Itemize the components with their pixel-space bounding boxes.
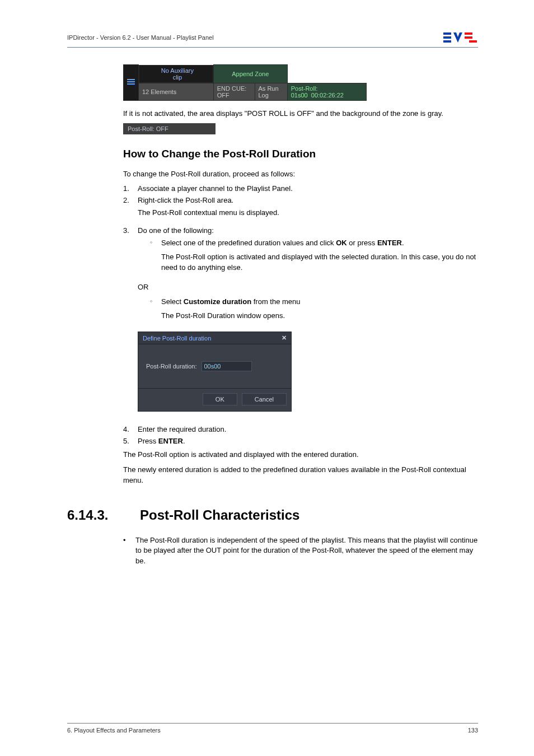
footer-page-number: 133 [468,727,478,734]
howto-intro: To change the Post-Roll duration, procee… [123,169,478,180]
step-4-text: Enter the required duration. [138,425,478,433]
post-roll-off-chip: Post-Roll: OFF [123,123,216,134]
header-left: IPDirector - Version 6.2 - User Manual -… [67,34,214,41]
svg-rect-4 [465,32,472,35]
step-1-num: 1. [123,184,138,193]
characteristics-bullet: The Post-Roll duration is independent of… [135,535,478,567]
dialog-title: Define Post-Roll duration [143,335,211,342]
step-2-num: 2. [123,196,138,223]
svg-rect-1 [443,36,451,39]
step3-sub2-post: from the menu [251,297,300,306]
step-3-lead: Do one of the following: [138,226,478,235]
step-5-num: 5. [123,437,138,445]
post-roll-status: Post-Roll: 01s00 00:02:26:22 [287,83,366,100]
step3-sub1-post: . [402,239,404,247]
bullet-icon: • [123,535,135,567]
section-title: Post-Roll Characteristics [140,507,299,523]
enter-word-1: ENTER [377,239,402,247]
step-2-text: Right-click the Post-Roll area. [138,196,478,204]
ok-word: OK [336,239,347,247]
end-cue-status: END CUE: OFF [213,83,255,100]
step-1-text: Associate a player channel to the Playli… [138,184,478,193]
footer-left: 6. Playout Effects and Parameters [67,727,161,734]
step3-sub2-expl: The Post-Roll Duration window opens. [161,311,478,321]
svg-rect-5 [465,36,472,39]
post-roll-timecode: 00:02:26:22 [311,92,344,99]
step3-sub1-pre: Select one of the predefined duration va… [161,239,336,247]
evs-logo [443,31,478,44]
svg-marker-3 [453,32,462,43]
sub-bullet-icon: ◦ [150,238,161,278]
sub-bullet-icon-2: ◦ [150,297,161,326]
step-5-post: . [183,437,185,445]
step-5-pre: Press [138,437,158,445]
paragraph-off-explain: If it is not activated, the area display… [123,109,478,119]
step3-sub1-expl: The Post-Roll option is activated and di… [161,252,478,273]
or-press: or press [347,239,377,247]
svg-rect-6 [469,40,477,43]
svg-rect-2 [443,40,451,43]
or-label: OR [138,282,478,293]
customize-word: Customize duration [184,297,251,306]
section-number: 6.14.3. [67,507,123,523]
after-para-1: The Post-Roll option is activated and di… [123,450,478,460]
svg-rect-0 [443,32,451,35]
hamburger-icon [124,65,139,101]
step-3-num: 3. [123,226,138,422]
append-zone-label: Append Zone [213,65,287,83]
elements-count: 12 Elements [139,83,214,100]
after-para-2: The newly entered duration is added to t… [123,465,478,486]
post-roll-duration-dialog: Define Post-Roll duration ✕ Post-Roll du… [138,332,292,412]
post-roll-duration-input[interactable] [202,361,252,371]
step-2-sub: The Post-Roll contextual menu is display… [138,208,478,218]
cancel-button[interactable]: Cancel [242,393,287,405]
status-bar-screenshot: No Auxiliary clip Append Zone 12 Element… [123,64,367,101]
as-run-log: As Run Log [255,83,287,100]
enter-word-2: ENTER [158,437,183,445]
close-icon[interactable]: ✕ [282,334,287,342]
howto-heading: How to Change the Post-Roll Duration [123,148,478,160]
ok-button[interactable]: OK [203,393,237,405]
step-4-num: 4. [123,425,138,433]
dialog-field-label: Post-Roll duration: [146,363,197,370]
aux-clip-label: No Auxiliary clip [139,65,213,83]
step3-sub2-pre: Select [161,297,184,306]
